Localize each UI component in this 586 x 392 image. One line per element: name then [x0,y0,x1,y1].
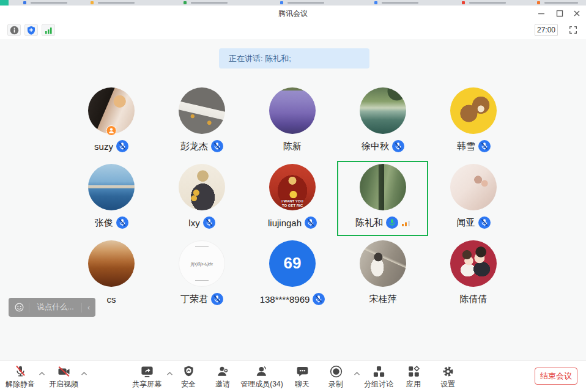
participant-tile[interactable]: 徐中秋 [338,87,428,153]
muted-mic-icon [116,140,128,152]
participant-tile[interactable]: I WANT YOUTO GET RIC liujingah [247,164,338,229]
record-options-chevron[interactable] [353,371,361,377]
speaking-banner: 正在讲话: 陈礼和; [219,48,369,68]
participant-name: 陈倩倩 [460,294,488,305]
chat-button[interactable]: 聊天 [295,364,310,390]
participant-tile[interactable]: lxy [157,164,247,229]
participant-name: 闻亚 [457,217,475,229]
share-options-chevron[interactable] [166,371,174,377]
participant-name: 彭龙杰 [180,141,208,152]
participant-name: liujingah [268,218,302,228]
maximize-button[interactable] [552,8,568,19]
participant-name: 宋桂萍 [369,294,397,305]
participant-name: cs [107,294,116,305]
meeting-info-button[interactable] [7,24,21,36]
settings-button[interactable]: 设置 [440,364,455,390]
breakout-rooms-button[interactable]: 分组讨论 [364,364,393,390]
avatar: ∫f(x)δ(x-t₀)dx [179,240,225,287]
speaking-mic-icon [386,216,398,229]
share-screen-button[interactable]: 共享屏幕 [132,364,161,390]
chat-collapse-chevron-icon[interactable]: ‹ [82,303,95,312]
poor-network-icon [401,219,410,227]
security-button[interactable]: 安全 [181,364,196,390]
chat-input-placeholder[interactable]: 说点什么... [29,302,81,312]
participant-tile[interactable]: ∫f(x)δ(x-t₀)dx 丁荣君 [157,240,247,306]
unmute-button[interactable]: 解除静音 [6,364,35,390]
invite-button[interactable]: 邀请 [215,364,230,390]
tab-favicon-icon [537,1,540,4]
window-title: 腾讯会议 [0,9,586,19]
network-quality-button[interactable] [42,24,55,36]
tab-fragment [191,2,228,4]
participant-tile[interactable]: 韩雪 [428,87,519,153]
security-status-button[interactable] [24,24,38,36]
participant-name: 张俊 [95,217,113,229]
participant-tile[interactable]: 陈新 [247,87,338,153]
minimize-button[interactable] [533,8,549,19]
avatar [179,164,225,210]
avatar [450,164,497,210]
participant-tile[interactable]: cs [66,240,157,306]
muted-mic-icon [478,140,491,152]
participant-tile-active-speaker[interactable]: 陈礼和 [338,164,428,229]
participant-name: 陈新 [283,141,302,152]
invite-person-icon [216,364,230,379]
participant-tile[interactable]: 宋桂萍 [338,240,428,306]
participant-tile[interactable]: 陈倩倩 [428,240,519,306]
start-video-button[interactable]: 开启视频 [49,364,78,390]
meeting-timer: 27:00 [535,24,558,36]
muted-mic-icon [211,293,223,305]
maximize-icon [555,9,565,18]
manage-members-button[interactable]: 管理成员(34) [240,364,283,390]
record-button[interactable]: 录制 [328,364,343,390]
fullscreen-button[interactable] [566,24,580,36]
chat-quick-bar[interactable]: 说点什么... ‹ [9,298,95,317]
toolbar-label: 分组讨论 [364,379,393,390]
chat-bubble-icon [295,364,310,379]
participant-name: 韩雪 [457,141,475,152]
signal-bars-icon [44,26,53,35]
participant-tile[interactable]: 69 138****8969 [247,240,338,306]
emoji-icon[interactable] [15,303,24,312]
muted-mic-icon [478,216,491,229]
avatar-number: 69 [284,254,302,273]
video-options-chevron[interactable] [80,371,88,377]
tab-fragment [31,2,67,4]
toolbar-label: 设置 [440,379,455,390]
toolbar-label: 应用 [406,379,421,390]
participant-tile[interactable]: suzy [66,87,157,153]
close-button[interactable] [569,8,585,19]
avatar [88,164,135,210]
muted-mic-icon [203,216,215,229]
participant-tile[interactable]: 张俊 [66,164,157,229]
bottom-toolbar: 解除静音 开启视频 共享屏幕 [0,360,586,392]
avatar-caption: I WANT YOU [269,199,316,204]
apps-button[interactable]: 应用 [406,364,421,390]
toolbar-label: 录制 [328,379,343,390]
participant-name: 138****8969 [260,294,310,305]
muted-mic-icon [305,216,317,229]
avatar-formula: ∫f(x)δ(x-t₀)dx [191,262,213,266]
toolbar-label: 开启视频 [49,379,78,390]
tab-favicon-icon [374,1,377,4]
gear-icon [441,364,455,379]
end-meeting-button[interactable]: 结束会议 [535,368,577,385]
tab-fragment [98,2,135,4]
background-browser-tab-strip[interactable] [0,0,586,6]
toolbar-label: 解除静音 [6,379,35,390]
tab-favicon-icon [91,1,94,4]
tab-fragment [287,2,324,4]
toolbar-label: 安全 [181,379,196,390]
participant-tile[interactable]: 闻亚 [428,164,519,229]
camera-off-icon [57,364,71,379]
info-icon [10,26,19,35]
participant-name: 丁荣君 [180,294,208,305]
toolbar-label: 管理成员(34) [240,379,283,390]
meeting-topbar: 27:00 [0,20,586,40]
participant-tile[interactable]: 彭龙杰 [157,87,247,153]
shield-plus-icon [27,26,35,35]
avatar [88,240,135,287]
tab-fragment [544,2,578,4]
title-bar: 腾讯会议 [0,6,586,20]
unmute-options-chevron[interactable] [38,371,46,377]
